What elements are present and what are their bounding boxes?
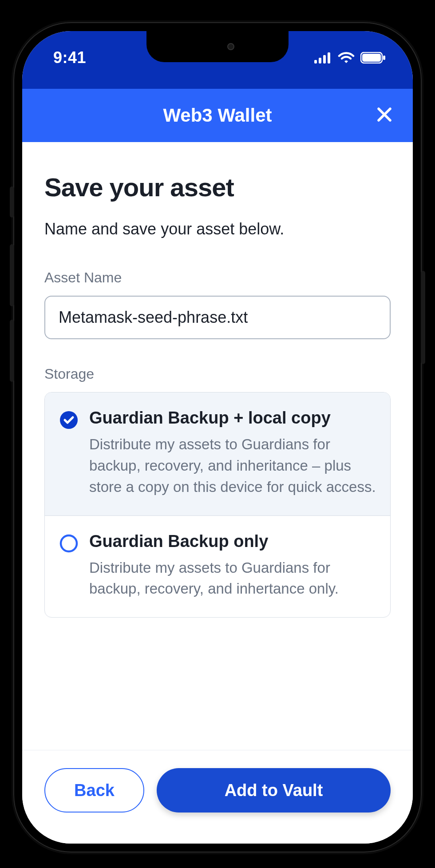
storage-option-title: Guardian Backup + local copy (89, 408, 376, 428)
back-button[interactable]: Back (44, 768, 144, 813)
storage-option-title: Guardian Backup only (89, 532, 376, 551)
nav-header: Web3 Wallet (22, 89, 413, 142)
svg-point-8 (61, 535, 77, 551)
status-indicators (314, 52, 386, 64)
storage-label: Storage (44, 366, 391, 382)
nav-title: Web3 Wallet (163, 105, 272, 126)
storage-option-description: Distribute my assets to Guardians for ba… (89, 434, 376, 498)
add-to-vault-button-label: Add to Vault (225, 781, 323, 800)
back-button-label: Back (74, 781, 115, 800)
storage-option-guardian-only[interactable]: Guardian Backup only Distribute my asset… (45, 515, 390, 618)
svg-rect-2 (323, 55, 326, 63)
wifi-icon (337, 52, 355, 64)
close-button[interactable] (374, 105, 395, 126)
page-title: Save your asset (44, 172, 391, 202)
silence-switch (10, 186, 14, 218)
svg-rect-3 (328, 52, 330, 63)
storage-option-description: Distribute my assets to Guardians for ba… (89, 557, 376, 600)
battery-icon (360, 52, 386, 63)
asset-name-input[interactable] (44, 296, 391, 339)
radio-selected-icon (59, 408, 79, 498)
power-button (421, 271, 425, 364)
footer-actions: Back Add to Vault (22, 750, 413, 844)
close-icon (376, 106, 393, 125)
svg-rect-0 (314, 60, 317, 63)
svg-rect-5 (362, 54, 381, 62)
add-to-vault-button[interactable]: Add to Vault (157, 768, 391, 813)
phone-device-frame: 9:41 (13, 22, 422, 852)
content-area: Save your asset Name and save your asset… (22, 142, 413, 750)
radio-unselected-icon (59, 532, 79, 600)
svg-rect-6 (383, 55, 385, 60)
page-subtitle: Name and save your asset below. (44, 220, 391, 238)
svg-rect-1 (319, 58, 321, 63)
volume-down-button (10, 320, 14, 382)
front-camera (227, 43, 234, 50)
status-time: 9:41 (53, 48, 86, 67)
device-notch (146, 31, 289, 62)
asset-name-label: Asset Name (44, 270, 391, 286)
storage-option-group: Guardian Backup + local copy Distribute … (44, 392, 391, 618)
cellular-icon (314, 52, 332, 63)
storage-option-guardian-local[interactable]: Guardian Backup + local copy Distribute … (45, 392, 390, 515)
volume-up-button (10, 244, 14, 306)
